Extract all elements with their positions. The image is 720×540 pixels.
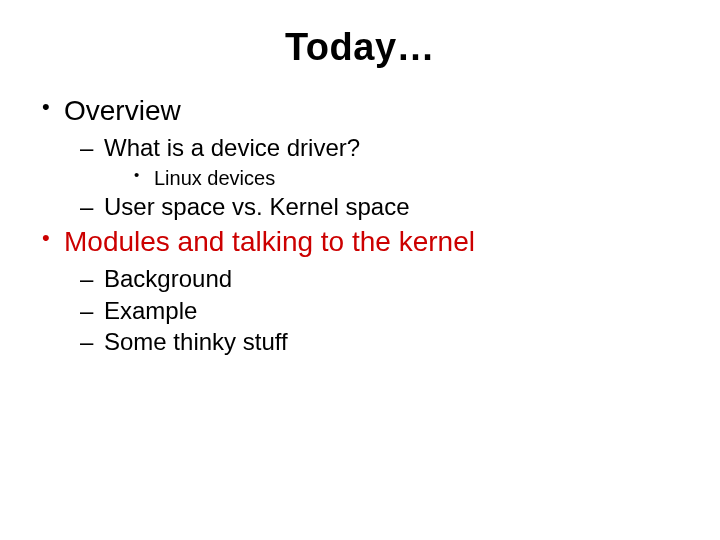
bullet-list-level2: What is a device driver? Linux devices U…: [64, 132, 690, 222]
bullet-thinky: Some thinky stuff: [64, 326, 690, 357]
bullet-example: Example: [64, 295, 690, 326]
bullet-overview: Overview What is a device driver? Linux …: [30, 93, 690, 222]
slide-title: Today…: [30, 26, 690, 69]
bullet-text: Overview: [64, 95, 181, 126]
bullet-modules: Modules and talking to the kernel Backgr…: [30, 224, 690, 357]
bullet-list-level3: Linux devices: [104, 165, 690, 191]
bullet-text: Background: [104, 265, 232, 292]
bullet-text: Some thinky stuff: [104, 328, 288, 355]
bullet-text: Modules and talking to the kernel: [64, 226, 475, 257]
bullet-list-level2: Background Example Some thinky stuff: [64, 263, 690, 357]
bullet-what-is-driver: What is a device driver? Linux devices: [64, 132, 690, 191]
bullet-linux-devices: Linux devices: [104, 165, 690, 191]
bullet-text: What is a device driver?: [104, 134, 360, 161]
bullet-text: User space vs. Kernel space: [104, 193, 409, 220]
bullet-list-level1: Overview What is a device driver? Linux …: [30, 93, 690, 357]
bullet-text: Linux devices: [154, 167, 275, 189]
bullet-user-vs-kernel: User space vs. Kernel space: [64, 191, 690, 222]
slide: Today… Overview What is a device driver?…: [0, 0, 720, 540]
bullet-text: Example: [104, 297, 197, 324]
bullet-background: Background: [64, 263, 690, 294]
